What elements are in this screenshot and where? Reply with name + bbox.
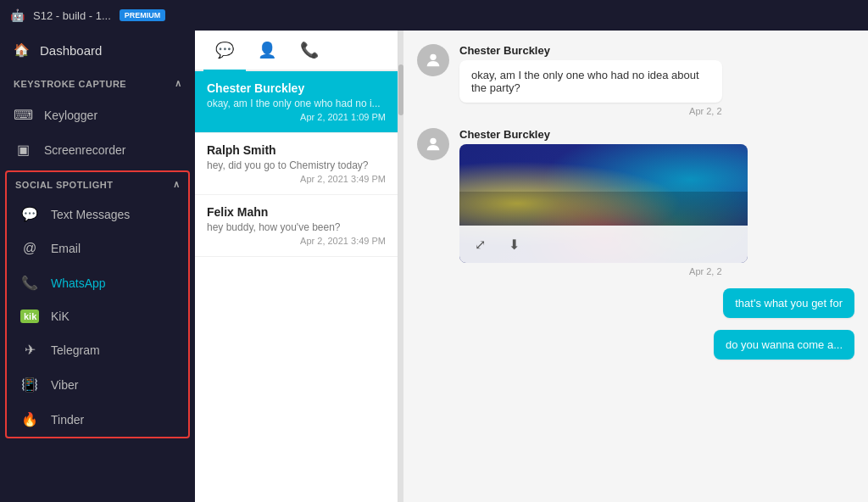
- conv-name-chester: Chester Burckley: [207, 81, 386, 95]
- telegram-label: Telegram: [51, 343, 100, 357]
- message-row-2: Chester Burckley ⤢ ⬇ Apr 2, 2: [417, 128, 854, 276]
- conversation-item-chester[interactable]: Chester Burckley okay, am I the only one…: [195, 71, 398, 133]
- sidebar-item-keylogger[interactable]: ⌨ Keylogger: [0, 98, 195, 132]
- party-image: ⤢ ⬇: [459, 144, 748, 263]
- sidebar-item-text-messages[interactable]: 💬 Text Messages: [7, 197, 188, 231]
- conv-name-felix: Felix Mahn: [207, 205, 386, 219]
- conv-name-ralph: Ralph Smith: [207, 143, 386, 157]
- msg-bubble-wrap-1: Chester Burckley okay, am I the only one…: [459, 44, 722, 116]
- expand-button[interactable]: ⤢: [468, 232, 492, 256]
- whatsapp-icon: 📞: [20, 275, 39, 291]
- sidebar-item-tinder[interactable]: 🔥 Tinder: [7, 402, 188, 437]
- keystroke-section-header: KEYSTROKE CAPTURE ∧: [0, 70, 195, 98]
- tab-contacts[interactable]: 👤: [246, 31, 288, 71]
- msg-sender-1: Chester Burckley: [459, 44, 722, 57]
- conv-time-chester: Apr 2, 2021 1:09 PM: [207, 112, 386, 122]
- avatar-chester-2: [417, 128, 449, 160]
- msg-text-3: that's what you get for: [735, 297, 843, 310]
- whatsapp-label: WhatsApp: [51, 276, 106, 290]
- tinder-label: Tinder: [51, 413, 84, 427]
- text-messages-icon: 💬: [20, 206, 39, 222]
- conversation-list: Chester Burckley okay, am I the only one…: [195, 71, 398, 502]
- telegram-icon: ✈: [20, 342, 39, 358]
- device-name: S12 - build - 1...: [33, 9, 111, 22]
- tab-chat[interactable]: 💬: [203, 31, 246, 71]
- sidebar-item-viber[interactable]: 📳 Viber: [7, 367, 188, 402]
- social-spotlight-section: SOCIAL SPOTLIGHT ∧ 💬 Text Messages @ Ema…: [5, 170, 190, 438]
- sidebar-item-kik[interactable]: kik KiK: [7, 300, 188, 332]
- conv-time-ralph: Apr 2, 2021 3:49 PM: [207, 174, 386, 184]
- top-bar: 🤖 S12 - build - 1... PREMIUM: [0, 0, 868, 31]
- message-row-1: Chester Burckley okay, am I the only one…: [417, 44, 854, 116]
- conv-time-felix: Apr 2, 2021 3:49 PM: [207, 236, 386, 246]
- image-overlay: ⤢ ⬇: [459, 226, 748, 263]
- chat-panel: Chester Burckley okay, am I the only one…: [403, 31, 868, 502]
- conversation-item-felix[interactable]: Felix Mahn hey buddy, how you've been? A…: [195, 195, 398, 257]
- email-icon: @: [20, 241, 39, 256]
- conv-preview-felix: hey buddy, how you've been?: [207, 221, 386, 233]
- msg-time-1: Apr 2, 2: [459, 106, 722, 116]
- avatar-chester-1: [417, 44, 449, 76]
- conv-preview-chester: okay, am I the only one who had no i...: [207, 98, 386, 109]
- keylogger-label: Keylogger: [44, 109, 97, 122]
- chevron-up-icon-social: ∧: [173, 179, 181, 190]
- text-messages-label: Text Messages: [51, 208, 130, 221]
- email-label: Email: [51, 242, 81, 255]
- main-layout: 🏠 Dashboard KEYSTROKE CAPTURE ∧ ⌨ Keylog…: [0, 31, 868, 502]
- kik-icon: kik: [20, 310, 39, 323]
- sidebar: 🏠 Dashboard KEYSTROKE CAPTURE ∧ ⌨ Keylog…: [0, 31, 195, 502]
- kik-label: KiK: [51, 310, 70, 323]
- contacts-tab-icon: 👤: [258, 42, 276, 59]
- tinder-icon: 🔥: [20, 411, 39, 427]
- message-row-3: that's what you get for: [417, 288, 854, 318]
- msg-bubble-wrap-2: Chester Burckley ⤢ ⬇ Apr 2, 2: [459, 128, 722, 276]
- message-row-4: do you wanna come a...: [417, 330, 854, 360]
- calls-tab-icon: 📞: [300, 42, 319, 59]
- viber-icon: 📳: [20, 376, 39, 393]
- sidebar-item-screenrecorder[interactable]: ▣ Screenrecorder: [0, 132, 195, 167]
- tabs-bar: 💬 👤 📞: [195, 31, 398, 71]
- svg-point-0: [430, 54, 436, 60]
- social-spotlight-header: SOCIAL SPOTLIGHT ∧: [7, 172, 188, 197]
- middle-panel: 💬 👤 📞 Chester Burckley okay, am I the on…: [195, 31, 398, 502]
- chat-tab-icon: 💬: [215, 42, 234, 59]
- sidebar-item-whatsapp[interactable]: 📞 WhatsApp: [7, 265, 188, 300]
- sidebar-item-telegram[interactable]: ✈ Telegram: [7, 332, 188, 367]
- dashboard-label: Dashboard: [40, 43, 102, 58]
- msg-time-2: Apr 2, 2: [459, 266, 722, 276]
- viber-label: Viber: [51, 378, 78, 392]
- chevron-up-icon: ∧: [175, 78, 182, 89]
- tab-calls[interactable]: 📞: [288, 31, 331, 71]
- msg-bubble-3: that's what you get for: [723, 288, 854, 318]
- screenrecorder-label: Screenrecorder: [44, 143, 126, 157]
- sidebar-item-email[interactable]: @ Email: [7, 231, 188, 265]
- download-button[interactable]: ⬇: [502, 232, 526, 256]
- home-icon: 🏠: [14, 42, 30, 58]
- msg-bubble-wrap-4: do you wanna come a...: [714, 330, 854, 360]
- msg-bubble-wrap-3: that's what you get for: [723, 288, 854, 318]
- msg-text-4: do you wanna come a...: [726, 338, 843, 351]
- android-icon: 🤖: [10, 8, 25, 22]
- msg-bubble-1: okay, am I the only one who had no idea …: [459, 60, 722, 103]
- msg-bubble-4: do you wanna come a...: [714, 330, 854, 360]
- sidebar-item-dashboard[interactable]: 🏠 Dashboard: [0, 31, 195, 70]
- screen-icon: ▣: [14, 142, 32, 158]
- msg-text-1: okay, am I the only one who had no idea …: [471, 69, 699, 94]
- svg-point-1: [430, 138, 436, 144]
- conv-preview-ralph: hey, did you go to Chemistry today?: [207, 159, 386, 171]
- chat-messages: Chester Burckley okay, am I the only one…: [403, 31, 868, 502]
- premium-badge: PREMIUM: [120, 9, 166, 21]
- msg-sender-2: Chester Burckley: [459, 128, 722, 141]
- conversation-item-ralph[interactable]: Ralph Smith hey, did you go to Chemistry…: [195, 133, 398, 195]
- keyboard-icon: ⌨: [14, 107, 32, 123]
